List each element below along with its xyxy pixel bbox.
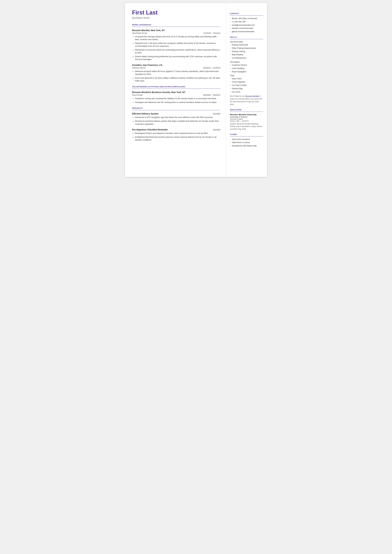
job-2-company: Growthsi, San Francisco, CA bbox=[132, 64, 162, 66]
tool-3: Car Seat Cushion bbox=[230, 84, 263, 87]
tool-2: Trunk Organizer bbox=[230, 81, 263, 83]
project-2-bullet-1: Redesigned drivers' pre-departure checkl… bbox=[135, 132, 220, 135]
applicant-job-title: DoorDash Driver bbox=[132, 16, 220, 19]
volunteer-1-company: Resume Worded's Business Society, New Yo… bbox=[132, 91, 186, 93]
job-1-company: Resume Worded, New York, NY bbox=[132, 29, 165, 32]
job-2-title: Delivery Driver bbox=[132, 67, 146, 69]
technique-1: Customer Service bbox=[230, 64, 263, 66]
contact-item-2: +1-234-456-789 bbox=[230, 21, 263, 23]
volunteer-1-bullets: Assisted in sorting and checking the via… bbox=[135, 97, 220, 104]
tool-4: Delivery Bag bbox=[230, 87, 263, 90]
project-1-bullets: Introduced a GPS navigation app that sho… bbox=[135, 116, 220, 125]
job-2-dates: 06/2010 – 12/2014 bbox=[203, 67, 220, 69]
volunteer-1-bullet-1: Assisted in sorting and checking the via… bbox=[135, 97, 220, 100]
project-1-name: Efficient Delivery System bbox=[132, 112, 159, 115]
tech-skill-1: Driving (Advanced) bbox=[230, 44, 263, 46]
projects-divider bbox=[132, 110, 220, 110]
techniques-label: Techniques: bbox=[230, 61, 263, 63]
edu-degree: Associate of Science bbox=[230, 116, 263, 118]
tech-skill-3: Delivery Driving bbox=[230, 50, 263, 53]
other-list: Geico Auto Insurance Valid Driver's Lice… bbox=[230, 138, 263, 147]
volunteer-1-header-row: Resume Worded's Business Society, New Yo… bbox=[132, 91, 220, 93]
other-item-1: Geico Auto Insurance bbox=[230, 138, 263, 141]
tech-skill-2: Order Picking (Experienced) bbox=[230, 47, 263, 49]
job-2-bullet-2: Drove and delivered 4.1K items safely in… bbox=[135, 77, 220, 82]
other-heading: OTHER bbox=[230, 133, 263, 135]
tool-1: Dash Cams bbox=[230, 77, 263, 80]
volunteer-1-dates: 06/2009 – 04/2010 bbox=[203, 94, 220, 96]
promo-text-before: Don't forget to use bbox=[230, 95, 245, 97]
projects-heading: PROJECTS bbox=[132, 107, 220, 109]
volunteering-heading: VOLUNTEERING ACTIVITIES AND EXTRACURRICU… bbox=[132, 86, 220, 88]
technical-skills-label: Technical Skills: bbox=[230, 41, 263, 43]
tool-5: Car Scent bbox=[230, 91, 263, 93]
technical-skills-list: Driving (Advanced) Order Picking (Experi… bbox=[230, 44, 263, 59]
project-1-header-row: Efficient Delivery System 05/2009 bbox=[132, 112, 220, 115]
volunteer-block-1: Resume Worded's Business Society, New Yo… bbox=[132, 91, 220, 104]
technique-2: Cash Handling bbox=[230, 67, 263, 70]
volunteer-1-title: Food Sorter bbox=[132, 94, 143, 96]
techniques-list: Customer Service Cash Handling Route Nav… bbox=[230, 64, 263, 73]
job-1-header-row: Resume Worded, New York, NY bbox=[132, 29, 220, 32]
tech-skill-4: Map Reading bbox=[230, 53, 263, 56]
right-column: CONTACT Boston, MA (Open to Remote) +1-2… bbox=[226, 3, 267, 177]
project-1-date: 05/2009 bbox=[213, 112, 220, 115]
applicant-name: First Last bbox=[132, 9, 220, 16]
job-block-1: Resume Worded, New York, NY DoorDash Dri… bbox=[132, 29, 220, 61]
tools-list: Dash Cams Trunk Organizer Car Seat Cushi… bbox=[230, 77, 263, 93]
other-item-2: Valid Driver's License. bbox=[230, 141, 263, 144]
edu-field: General Studies bbox=[230, 118, 263, 120]
project-2-bullets: Redesigned drivers' pre-departure checkl… bbox=[135, 132, 220, 141]
job-1-bullet-2: Delivered over 1.9K items within the com… bbox=[135, 42, 220, 48]
job-1-title: DoorDash Driver bbox=[132, 32, 147, 34]
contact-item-4: linkedin.com/in/username bbox=[230, 27, 263, 30]
job-2-title-row: Delivery Driver 06/2010 – 12/2014 bbox=[132, 67, 220, 69]
project-1-bullet-1: Introduced a GPS navigation app that sho… bbox=[135, 116, 220, 119]
promo-block: Don't forget to use Resume Worded to sca… bbox=[230, 95, 263, 106]
skills-heading: SKILLS bbox=[230, 36, 263, 38]
job-1-bullet-3: Maintained a functional vehicle by condu… bbox=[135, 49, 220, 54]
project-2-header-row: Pre-departure Checklist Reminder 04/2009 bbox=[132, 128, 220, 131]
job-2-header-row: Growthsi, San Francisco, CA bbox=[132, 64, 220, 66]
project-2-bullet-2: Established that fluid level and tire pr… bbox=[135, 136, 220, 141]
technique-3: Route Navigation bbox=[230, 70, 263, 73]
job-1-bullet-4: Solved delays arising during deliveries … bbox=[135, 55, 220, 61]
contact-list: Boston, MA (Open to Remote) +1-234-456-7… bbox=[230, 17, 263, 33]
contact-item-5: github.com/resumeworded bbox=[230, 30, 263, 33]
job-1-bullet-1: Increased the average delivery time from… bbox=[135, 35, 220, 41]
work-experience-heading: WORK EXPERIENCE bbox=[132, 24, 220, 26]
project-block-2: Pre-departure Checklist Reminder 04/2009… bbox=[132, 128, 220, 141]
resume-page: First Last DoorDash Driver WORK EXPERIEN… bbox=[125, 3, 267, 177]
job-2-bullets: Delivered products within 48 hours (agai… bbox=[135, 70, 220, 83]
edu-school-name: Resume Worded University bbox=[230, 113, 263, 116]
job-1-bullets: Increased the average delivery time from… bbox=[135, 35, 220, 61]
education-heading: EDUCATION bbox=[230, 109, 263, 111]
project-2-date: 04/2009 bbox=[213, 129, 220, 131]
left-column: First Last DoorDash Driver WORK EXPERIEN… bbox=[125, 3, 226, 177]
contact-item-3: email@resumeworded.com bbox=[230, 24, 263, 27]
volunteering-divider bbox=[132, 89, 220, 89]
edu-location-date: Boston, MA — 05/2010 bbox=[230, 120, 263, 122]
job-2-bullet-1: Delivered products within 48 hours (agai… bbox=[135, 70, 220, 76]
tech-skill-5: Car Maintenance bbox=[230, 57, 263, 59]
volunteer-1-title-row: Food Sorter 06/2009 – 04/2010 bbox=[132, 94, 220, 96]
other-item-3: Smartphone with Dasher App. bbox=[230, 145, 263, 147]
job-1-title-row: DoorDash Driver 01/2015 – Present bbox=[132, 32, 220, 34]
education-block-1: Resume Worded University Associate of Sc… bbox=[230, 113, 263, 130]
project-1-bullet-2: Devised an inventive delivery system tha… bbox=[135, 120, 220, 125]
contact-divider bbox=[230, 15, 263, 16]
job-1-dates: 01/2015 – Present bbox=[203, 32, 220, 34]
project-2-name: Pre-departure Checklist Reminder bbox=[132, 128, 168, 131]
edu-awards: Awards: Resume Worded Teaching Fellow (o… bbox=[230, 123, 263, 130]
contact-item-1: Boston, MA (Open to Remote) bbox=[230, 17, 263, 20]
volunteer-1-bullet-2: Packaged and delivered over 6K cooking i… bbox=[135, 101, 220, 104]
job-block-2: Growthsi, San Francisco, CA Delivery Dri… bbox=[132, 64, 220, 83]
promo-link[interactable]: Resume Worded bbox=[245, 95, 259, 97]
contact-heading: CONTACT bbox=[230, 13, 263, 14]
project-block-1: Efficient Delivery System 05/2009 Introd… bbox=[132, 112, 220, 125]
tools-label: Tools: bbox=[230, 75, 263, 77]
